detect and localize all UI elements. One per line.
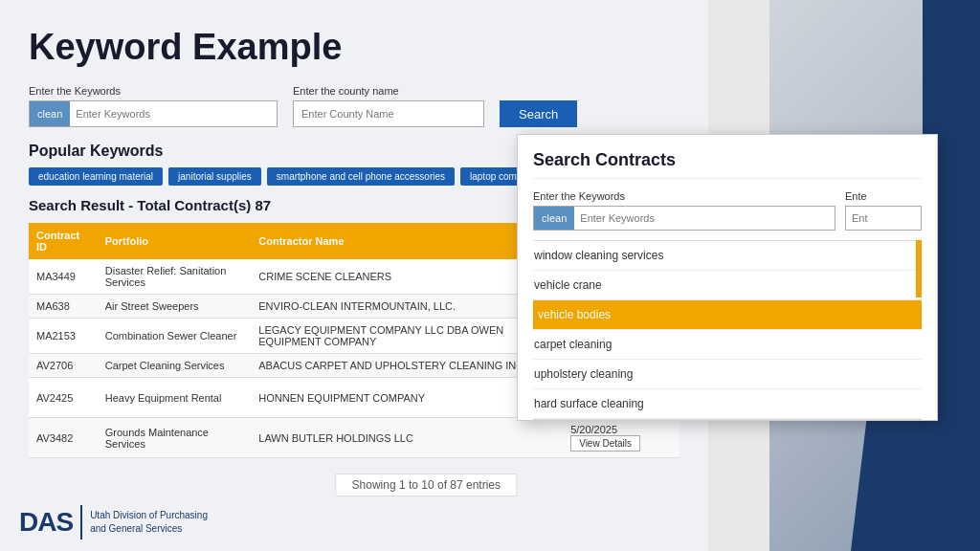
county-group: Enter the county name <box>293 85 484 127</box>
dropdown-wrapper: window cleaning services vehicle crane v… <box>533 240 922 420</box>
pill-janitorial[interactable]: janitorial supplies <box>168 167 261 186</box>
search-form: Enter the Keywords clean Enter the count… <box>29 85 679 127</box>
cell-portfolio: Combination Sewer Cleaner <box>98 319 252 354</box>
logo-das-text: DAS <box>19 507 73 538</box>
cell-portfolio: Air Street Sweepers <box>98 295 252 319</box>
cell-id: MA2153 <box>29 319 98 354</box>
footer-logo: DAS Utah Division of Purchasing and Gene… <box>19 505 208 540</box>
modal-keyword-tag: clean <box>534 207 574 230</box>
cell-id: MA3449 <box>29 259 98 295</box>
dropdown-list: window cleaning services vehicle crane v… <box>533 240 922 420</box>
keywords-group: Enter the Keywords clean <box>29 85 278 127</box>
cell-portfolio: Heavy Equipment Rental <box>98 378 252 418</box>
keywords-input[interactable] <box>70 106 277 121</box>
cell-portfolio: Grounds Maintenance Services <box>98 418 252 458</box>
search-button[interactable]: Search <box>500 100 577 127</box>
logo-divider <box>80 505 82 540</box>
dropdown-scrollbar[interactable] <box>916 240 922 298</box>
logo-org-text: Utah Division of Purchasing and General … <box>90 509 208 536</box>
cell-contractor: LAWN BUTLER HOLDINGS LLC <box>251 418 563 458</box>
cell-exp: 5/20/2025 View Details <box>563 418 679 458</box>
dropdown-item-1[interactable]: window cleaning services <box>533 241 922 271</box>
county-label: Enter the county name <box>293 85 484 97</box>
pill-education[interactable]: education learning material <box>29 167 163 186</box>
col-contract-id: Contract ID <box>29 223 98 259</box>
dropdown-item-3[interactable]: vehicle bodies <box>533 300 922 330</box>
modal-keywords-input[interactable] <box>574 210 835 226</box>
dropdown-item-5[interactable]: upholstery cleaning <box>533 360 922 389</box>
cell-portfolio: Carpet Cleaning Services <box>98 354 252 378</box>
org-line2: and General Services <box>90 522 208 536</box>
keywords-input-wrapper: clean <box>29 100 278 127</box>
org-line1: Utah Division of Purchasing <box>90 509 208 522</box>
cell-id: AV3482 <box>29 418 98 458</box>
modal-county-wrapper <box>845 206 922 231</box>
cell-id: AV2706 <box>29 354 98 378</box>
modal-keywords-label: Enter the Keywords <box>533 190 835 202</box>
dropdown-item-4[interactable]: carpet cleaning <box>533 330 922 360</box>
cell-id: MA638 <box>29 295 98 319</box>
modal-county-group: Ente <box>845 190 922 231</box>
search-contracts-modal: Search Contracts Enter the Keywords clea… <box>517 134 938 421</box>
dropdown-item-2[interactable]: vehicle crane <box>533 271 922 300</box>
county-input[interactable] <box>293 100 484 127</box>
col-portfolio: Portfolio <box>98 223 252 259</box>
keywords-label: Enter the Keywords <box>29 85 278 97</box>
modal-title: Search Contracts <box>533 150 922 179</box>
modal-county-label: Ente <box>845 190 922 202</box>
modal-form-row: Enter the Keywords clean Ente <box>533 190 922 231</box>
pill-smartphone[interactable]: smartphone and cell phone accessories <box>267 167 455 186</box>
view-details-button[interactable]: View Details <box>570 435 640 452</box>
pagination-text: Showing 1 to 10 of 87 entries <box>336 474 517 496</box>
cell-portfolio: Disaster Relief: Sanitation Services <box>98 259 252 295</box>
page-title: Keyword Example <box>29 27 679 68</box>
dropdown-item-6[interactable]: hard surface cleaning <box>533 389 922 419</box>
modal-input-wrapper: clean <box>533 206 835 231</box>
cell-id: AV2425 <box>29 378 98 418</box>
table-row: AV3482 Grounds Maintenance Services LAWN… <box>29 418 679 458</box>
keyword-tag: clean <box>30 101 70 126</box>
modal-keywords-group: Enter the Keywords clean <box>533 190 835 231</box>
modal-county-input[interactable] <box>846 210 980 226</box>
